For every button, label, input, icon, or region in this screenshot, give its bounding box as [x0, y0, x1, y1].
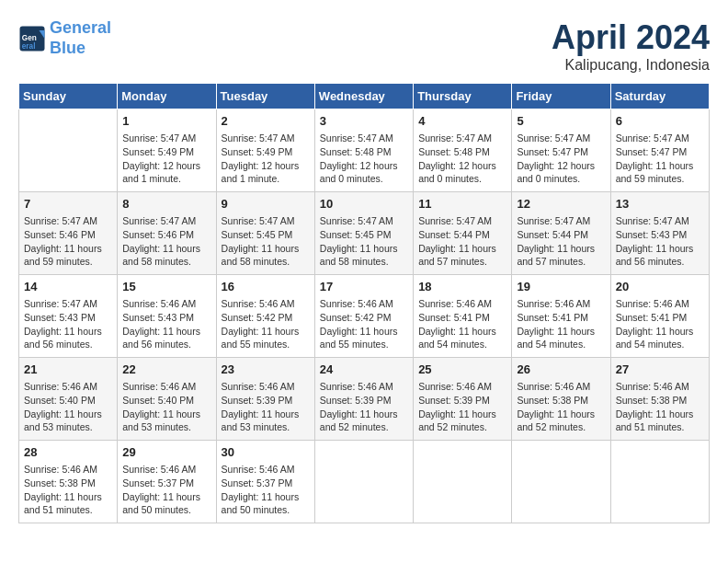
day-number: 16 [222, 279, 310, 295]
day-info: Sunrise: 5:46 AM Sunset: 5:38 PM Dayligh… [616, 380, 704, 434]
day-info: Sunrise: 5:46 AM Sunset: 5:40 PM Dayligh… [24, 380, 112, 434]
day-number: 22 [122, 362, 210, 378]
day-info: Sunrise: 5:47 AM Sunset: 5:46 PM Dayligh… [122, 214, 210, 269]
day-info: Sunrise: 5:47 AM Sunset: 5:48 PM Dayligh… [418, 132, 506, 186]
header-day: Sunday [19, 84, 118, 109]
header-day: Saturday [610, 84, 709, 109]
calendar-cell: 11Sunrise: 5:47 AM Sunset: 5:44 PM Dayli… [414, 192, 512, 275]
day-number: 8 [122, 196, 210, 213]
title-block: April 2024 Kalipucang, Indonesia [552, 18, 710, 74]
day-info: Sunrise: 5:47 AM Sunset: 5:45 PM Dayligh… [320, 214, 408, 269]
calendar-cell [314, 441, 413, 523]
calendar-cell: 26Sunrise: 5:46 AM Sunset: 5:38 PM Dayli… [512, 358, 610, 441]
day-info: Sunrise: 5:46 AM Sunset: 5:41 PM Dayligh… [616, 297, 704, 351]
calendar-cell [512, 441, 610, 523]
day-number: 7 [24, 196, 112, 213]
logo-icon: Gen eral [18, 25, 46, 52]
calendar-cell: 17Sunrise: 5:46 AM Sunset: 5:42 PM Dayli… [314, 275, 413, 358]
day-info: Sunrise: 5:46 AM Sunset: 5:41 PM Dayligh… [418, 297, 506, 351]
day-number: 26 [517, 362, 605, 378]
day-number: 11 [418, 196, 506, 213]
calendar-cell [610, 441, 709, 523]
calendar-cell: 25Sunrise: 5:46 AM Sunset: 5:39 PM Dayli… [414, 358, 512, 441]
calendar-cell: 24Sunrise: 5:46 AM Sunset: 5:39 PM Dayli… [314, 358, 413, 441]
day-number: 2 [222, 113, 310, 130]
calendar-cell: 30Sunrise: 5:46 AM Sunset: 5:37 PM Dayli… [216, 441, 314, 523]
header-day: Friday [512, 84, 610, 109]
day-number: 30 [222, 444, 310, 461]
page-header: Gen eral General Blue April 2024 Kalipuc… [18, 18, 710, 74]
day-number: 4 [418, 113, 506, 130]
day-number: 20 [616, 279, 704, 295]
calendar-week-row: 21Sunrise: 5:46 AM Sunset: 5:40 PM Dayli… [19, 358, 710, 441]
calendar-cell: 5Sunrise: 5:47 AM Sunset: 5:47 PM Daylig… [512, 109, 610, 192]
calendar-cell: 14Sunrise: 5:47 AM Sunset: 5:43 PM Dayli… [19, 275, 118, 358]
calendar-cell: 15Sunrise: 5:46 AM Sunset: 5:43 PM Dayli… [118, 275, 216, 358]
location-subtitle: Kalipucang, Indonesia [552, 57, 710, 74]
calendar-cell: 19Sunrise: 5:46 AM Sunset: 5:41 PM Dayli… [512, 275, 610, 358]
day-info: Sunrise: 5:47 AM Sunset: 5:47 PM Dayligh… [616, 132, 704, 186]
day-info: Sunrise: 5:46 AM Sunset: 5:42 PM Dayligh… [320, 297, 408, 351]
logo-line1: General [50, 18, 111, 37]
day-info: Sunrise: 5:47 AM Sunset: 5:49 PM Dayligh… [122, 132, 210, 186]
svg-text:eral: eral [22, 41, 36, 50]
month-title: April 2024 [552, 18, 710, 57]
calendar-cell: 16Sunrise: 5:46 AM Sunset: 5:42 PM Dayli… [216, 275, 314, 358]
day-number: 10 [320, 196, 408, 213]
day-info: Sunrise: 5:47 AM Sunset: 5:44 PM Dayligh… [517, 214, 605, 269]
day-number: 14 [24, 279, 112, 295]
day-number: 23 [222, 362, 310, 378]
day-number: 3 [320, 113, 408, 130]
day-info: Sunrise: 5:46 AM Sunset: 5:39 PM Dayligh… [222, 380, 310, 434]
calendar-cell: 9Sunrise: 5:47 AM Sunset: 5:45 PM Daylig… [216, 192, 314, 275]
calendar-cell: 1Sunrise: 5:47 AM Sunset: 5:49 PM Daylig… [118, 109, 216, 192]
day-info: Sunrise: 5:47 AM Sunset: 5:43 PM Dayligh… [616, 214, 704, 269]
day-info: Sunrise: 5:46 AM Sunset: 5:43 PM Dayligh… [122, 297, 210, 351]
day-number: 6 [616, 113, 704, 130]
svg-text:Gen: Gen [22, 33, 37, 41]
day-number: 25 [418, 362, 506, 378]
day-info: Sunrise: 5:46 AM Sunset: 5:38 PM Dayligh… [517, 380, 605, 434]
day-info: Sunrise: 5:46 AM Sunset: 5:37 PM Dayligh… [222, 463, 310, 517]
day-number: 19 [517, 279, 605, 295]
day-info: Sunrise: 5:46 AM Sunset: 5:39 PM Dayligh… [320, 380, 408, 434]
header-day: Monday [118, 84, 216, 109]
day-info: Sunrise: 5:47 AM Sunset: 5:49 PM Dayligh… [222, 132, 310, 186]
calendar-cell: 6Sunrise: 5:47 AM Sunset: 5:47 PM Daylig… [610, 109, 709, 192]
day-info: Sunrise: 5:46 AM Sunset: 5:42 PM Dayligh… [222, 297, 310, 351]
header-row: SundayMondayTuesdayWednesdayThursdayFrid… [19, 84, 710, 109]
calendar-cell: 2Sunrise: 5:47 AM Sunset: 5:49 PM Daylig… [216, 109, 314, 192]
day-number: 9 [222, 196, 310, 213]
calendar-week-row: 28Sunrise: 5:46 AM Sunset: 5:38 PM Dayli… [19, 441, 710, 523]
header-day: Tuesday [216, 84, 314, 109]
calendar-cell: 3Sunrise: 5:47 AM Sunset: 5:48 PM Daylig… [314, 109, 413, 192]
calendar-cell [414, 441, 512, 523]
header-day: Thursday [414, 84, 512, 109]
day-info: Sunrise: 5:46 AM Sunset: 5:41 PM Dayligh… [517, 297, 605, 351]
day-number: 21 [24, 362, 112, 378]
calendar-cell: 8Sunrise: 5:47 AM Sunset: 5:46 PM Daylig… [118, 192, 216, 275]
calendar-cell [19, 109, 118, 192]
day-info: Sunrise: 5:47 AM Sunset: 5:46 PM Dayligh… [24, 214, 112, 269]
calendar-cell: 7Sunrise: 5:47 AM Sunset: 5:46 PM Daylig… [19, 192, 118, 275]
calendar-week-row: 1Sunrise: 5:47 AM Sunset: 5:49 PM Daylig… [19, 109, 710, 192]
day-info: Sunrise: 5:47 AM Sunset: 5:45 PM Dayligh… [222, 214, 310, 269]
day-number: 5 [517, 113, 605, 130]
day-number: 28 [24, 444, 112, 461]
calendar-week-row: 7Sunrise: 5:47 AM Sunset: 5:46 PM Daylig… [19, 192, 710, 275]
day-info: Sunrise: 5:47 AM Sunset: 5:44 PM Dayligh… [418, 214, 506, 269]
logo-text: General Blue [50, 18, 111, 58]
calendar-cell: 21Sunrise: 5:46 AM Sunset: 5:40 PM Dayli… [19, 358, 118, 441]
calendar-table: SundayMondayTuesdayWednesdayThursdayFrid… [18, 83, 710, 523]
calendar-cell: 22Sunrise: 5:46 AM Sunset: 5:40 PM Dayli… [118, 358, 216, 441]
day-number: 1 [122, 113, 210, 130]
day-number: 17 [320, 279, 408, 295]
day-number: 12 [517, 196, 605, 213]
calendar-cell: 13Sunrise: 5:47 AM Sunset: 5:43 PM Dayli… [610, 192, 709, 275]
calendar-cell: 18Sunrise: 5:46 AM Sunset: 5:41 PM Dayli… [414, 275, 512, 358]
day-info: Sunrise: 5:47 AM Sunset: 5:43 PM Dayligh… [24, 297, 112, 351]
logo-line2: Blue [50, 39, 85, 57]
calendar-week-row: 14Sunrise: 5:47 AM Sunset: 5:43 PM Dayli… [19, 275, 710, 358]
header-day: Wednesday [314, 84, 413, 109]
calendar-cell: 23Sunrise: 5:46 AM Sunset: 5:39 PM Dayli… [216, 358, 314, 441]
